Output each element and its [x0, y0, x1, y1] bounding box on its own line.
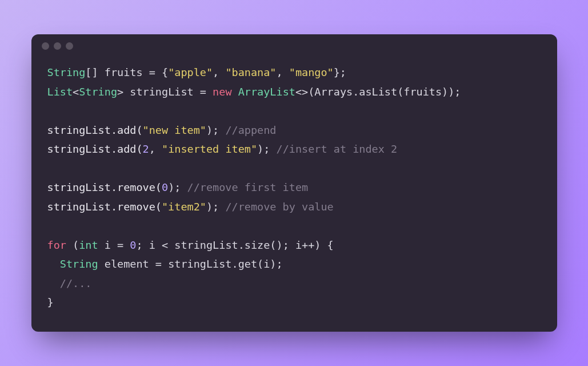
token-type: String	[47, 66, 86, 78]
token-cmt: //remove by value	[225, 201, 333, 213]
token-punc	[47, 277, 60, 289]
traffic-light-close-icon[interactable]	[42, 42, 49, 50]
code-line: stringList.remove(0); //remove first ite…	[47, 178, 541, 197]
token-type: int	[79, 239, 98, 251]
token-punc: );	[206, 201, 225, 213]
code-line: stringList.add(2, "inserted item"); //in…	[47, 140, 541, 159]
token-punc: );	[206, 124, 225, 136]
token-punc: ,	[213, 66, 225, 78]
code-line: String element = stringList.get(i);	[47, 254, 541, 274]
token-punc: ; i < stringList.size(); i++) {	[136, 239, 333, 251]
code-line: String[] fruits = {"apple", "banana", "m…	[47, 63, 541, 82]
token-punc: <>(Arrays.asList(fruits));	[295, 86, 461, 98]
code-block: String[] fruits = {"apple", "banana", "m…	[31, 57, 557, 332]
traffic-light-minimize-icon[interactable]	[54, 42, 61, 50]
code-line: stringList.remove("item2"); //remove by …	[47, 197, 541, 217]
token-type: List	[47, 86, 73, 98]
token-str: "mango"	[289, 66, 334, 78]
token-str: "new item"	[143, 124, 206, 136]
token-ident: stringList.remove(	[47, 201, 162, 213]
token-punc: ,	[149, 143, 162, 155]
code-line: stringList.add("new item"); //append	[47, 121, 541, 140]
token-kw: new	[213, 86, 231, 98]
token-str: "banana"	[225, 66, 276, 78]
traffic-light-zoom-icon[interactable]	[66, 42, 73, 50]
token-cmt: //remove first item	[187, 181, 309, 193]
token-num: 0	[162, 181, 168, 193]
token-kw: for	[47, 239, 66, 251]
token-str: "item2"	[162, 201, 206, 213]
token-ident: stringList.add(	[47, 143, 143, 155]
token-cmt: //insert at index 2	[277, 143, 398, 155]
code-window: String[] fruits = {"apple", "banana", "m…	[31, 34, 557, 332]
token-punc: <	[73, 86, 79, 98]
token-type: String	[60, 258, 98, 270]
token-punc: (	[66, 239, 79, 251]
token-ident: stringList.remove(	[47, 181, 162, 193]
token-punc: }	[47, 296, 54, 308]
token-cmt: //...	[60, 277, 92, 289]
token-str: "inserted item"	[162, 143, 257, 155]
token-num: 0	[130, 239, 136, 251]
code-line: }	[47, 293, 541, 312]
code-line	[47, 101, 541, 121]
token-type: String	[79, 86, 117, 98]
code-line	[47, 216, 541, 236]
code-line: //...	[47, 274, 541, 293]
token-str: "apple"	[168, 66, 213, 78]
token-punc	[232, 86, 238, 98]
token-punc: > stringList =	[117, 86, 213, 98]
code-line: List<String> stringList = new ArrayList<…	[47, 82, 541, 102]
token-punc: element = stringList.get(i);	[98, 258, 283, 270]
code-line: for (int i = 0; i < stringList.size(); i…	[47, 236, 541, 255]
token-num: 2	[143, 143, 149, 155]
token-punc: );	[168, 181, 187, 193]
token-punc: };	[334, 66, 346, 78]
token-cmt: //append	[225, 124, 276, 136]
token-punc: i =	[98, 239, 130, 251]
token-punc: ,	[276, 66, 289, 78]
token-ident: stringList.add(	[47, 124, 143, 136]
token-punc: [] fruits = {	[85, 66, 168, 78]
token-punc: );	[257, 143, 276, 155]
token-type: ArrayList	[238, 86, 295, 98]
code-line	[47, 159, 541, 178]
window-titlebar	[31, 34, 557, 57]
token-punc	[47, 258, 60, 270]
